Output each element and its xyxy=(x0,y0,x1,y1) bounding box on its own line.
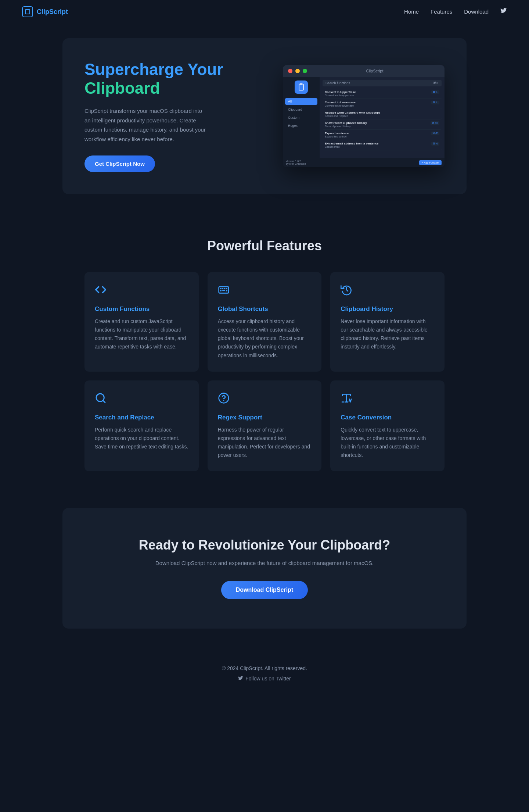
app-search-text: Search functions... xyxy=(325,81,353,85)
logo[interactable]: ClipScript xyxy=(22,6,68,17)
svg-rect-1 xyxy=(300,83,303,85)
cta-download-button[interactable]: Download ClipScript xyxy=(221,581,308,599)
footer-copyright: © 2024 ClipScript. All rights reserved. xyxy=(7,665,522,671)
svg-point-10 xyxy=(220,289,221,289)
hero-title: Supercharge Your Clipboard xyxy=(84,60,268,97)
feature-card-global-shortcuts: Global Shortcuts Access your clipboard h… xyxy=(208,272,322,371)
feature-title-3: Search and Replace xyxy=(95,414,188,421)
features-section: Powerful Features Custom Functions Creat… xyxy=(62,209,467,501)
svg-point-15 xyxy=(226,290,227,291)
footer-twitter-icon xyxy=(238,676,243,681)
app-sidebar: All Clipboard Custom Regex xyxy=(283,77,320,158)
svg-rect-2 xyxy=(219,287,228,293)
app-list-item-2[interactable]: Replace word Clipboard with ClipScript S… xyxy=(323,109,442,119)
hero-title-line2: Clipboard xyxy=(84,79,160,97)
features-title: Powerful Features xyxy=(84,238,445,254)
feature-title-4: Regex Support xyxy=(218,414,312,421)
nav-link-features[interactable]: Features xyxy=(431,8,452,15)
feature-card-clipboard-history: Clipboard History Never lose important i… xyxy=(330,272,445,371)
feature-title-1: Global Shortcuts xyxy=(218,305,312,313)
feature-desc-2: Never lose important information with ou… xyxy=(341,317,434,351)
app-version: Version 1.0.2 xyxy=(286,160,306,162)
sidebar-item-custom[interactable]: Custom xyxy=(285,114,317,121)
feature-title-0: Custom Functions xyxy=(95,305,188,313)
features-grid: Custom Functions Create and run custom J… xyxy=(84,272,445,471)
app-list-item-1[interactable]: Convert to Lowercase Convert text to low… xyxy=(323,99,442,109)
sidebar-item-clipboard[interactable]: Clipboard xyxy=(285,106,317,113)
hero-description: ClipScript transforms your macOS clipboa… xyxy=(84,106,209,144)
twitter-icon xyxy=(500,8,507,14)
sidebar-item-regex[interactable]: Regex xyxy=(285,122,317,129)
cta-title: Ready to Revolutionize Your Clipboard? xyxy=(84,537,445,553)
window-title: ClipScript xyxy=(310,69,439,73)
footer-twitter-label: Follow us on Twitter xyxy=(245,676,291,682)
app-author: by Alex Ghiondea xyxy=(286,162,306,165)
feature-title-5: Case Conversion xyxy=(341,414,434,421)
cta-section: Ready to Revolutionize Your Clipboard? D… xyxy=(62,508,467,629)
logo-icon xyxy=(22,6,33,17)
app-body: All Clipboard Custom Regex Search functi… xyxy=(283,77,445,158)
feature-title-2: Clipboard History xyxy=(341,305,434,313)
nav-link-download[interactable]: Download xyxy=(464,8,489,15)
app-search[interactable]: Search functions... ⌘K xyxy=(323,80,442,86)
case-icon xyxy=(341,392,434,407)
code-icon xyxy=(95,284,188,298)
feature-desc-3: Perform quick search and replace operati… xyxy=(95,426,188,451)
svg-point-12 xyxy=(224,289,225,289)
app-list-item-5[interactable]: Extract email address from a sentence Ex… xyxy=(323,140,442,150)
hero-content: Supercharge Your Clipboard ClipScript tr… xyxy=(84,60,268,172)
window-maximize-dot xyxy=(303,69,307,73)
app-footer: Version 1.0.2 by Alex Ghiondea + Add Fun… xyxy=(283,158,445,167)
logo-text: ClipScript xyxy=(37,8,68,16)
app-list-item-0[interactable]: Convert to UpperCase Convert text to upp… xyxy=(323,89,442,99)
window-titlebar: ClipScript xyxy=(283,65,445,77)
app-search-icon: ⌘K xyxy=(433,81,439,85)
feature-desc-4: Harness the power of regular expressions… xyxy=(218,426,312,459)
window-close-dot xyxy=(288,69,292,73)
nav-links: Home Features Download xyxy=(404,8,507,16)
app-sidebar-logo xyxy=(295,81,308,94)
svg-point-13 xyxy=(226,289,227,289)
svg-rect-0 xyxy=(299,84,303,90)
hero-cta-button[interactable]: Get ClipScript Now xyxy=(84,155,155,172)
feature-card-case-conversion: Case Conversion Quickly convert text to … xyxy=(330,380,445,471)
history-icon xyxy=(341,284,434,298)
footer: © 2024 ClipScript. All rights reserved. … xyxy=(0,651,529,696)
hero-section: Supercharge Your Clipboard ClipScript tr… xyxy=(62,38,467,194)
logo-icon-inner xyxy=(25,9,30,14)
svg-line-17 xyxy=(103,400,105,403)
cta-description: Download ClipScript now and experience t… xyxy=(84,559,445,568)
feature-card-custom-functions: Custom Functions Create and run custom J… xyxy=(84,272,199,371)
feature-card-search-replace: Search and Replace Perform quick search … xyxy=(84,380,199,471)
app-window: ClipScript All Clipboard Custom Regex xyxy=(283,65,445,167)
app-main: Search functions... ⌘K Convert to UpperC… xyxy=(320,77,445,158)
feature-desc-0: Create and run custom JavaScript functio… xyxy=(95,317,188,351)
nav-link-home[interactable]: Home xyxy=(404,8,419,15)
feature-card-regex: Regex Support Harness the power of regul… xyxy=(208,380,322,471)
svg-point-14 xyxy=(220,290,221,291)
sidebar-item-all[interactable]: All xyxy=(285,98,317,105)
hero-title-line1: Supercharge Your xyxy=(84,60,223,78)
search-icon xyxy=(95,392,188,407)
footer-twitter-link[interactable]: Follow us on Twitter xyxy=(7,676,522,682)
hero-app-screenshot: ClipScript All Clipboard Custom Regex xyxy=(283,65,445,167)
feature-desc-1: Access your clipboard history and execut… xyxy=(218,317,312,360)
sidebar-clipboard-icon xyxy=(298,83,305,91)
svg-point-11 xyxy=(222,289,223,289)
add-function-button[interactable]: + Add Function xyxy=(419,160,442,165)
navbar: ClipScript Home Features Download xyxy=(0,0,529,24)
app-list-item-3[interactable]: Show recent clipboard history Show clipb… xyxy=(323,119,442,130)
window-minimize-dot xyxy=(295,69,300,73)
nav-twitter-link[interactable] xyxy=(500,8,507,16)
app-list-item-4[interactable]: Expand sentence Expand text with AI ⌘↑E xyxy=(323,130,442,140)
regex-icon xyxy=(218,392,312,407)
feature-desc-5: Quickly convert text to uppercase, lower… xyxy=(341,426,434,459)
keyboard-icon xyxy=(218,284,312,298)
